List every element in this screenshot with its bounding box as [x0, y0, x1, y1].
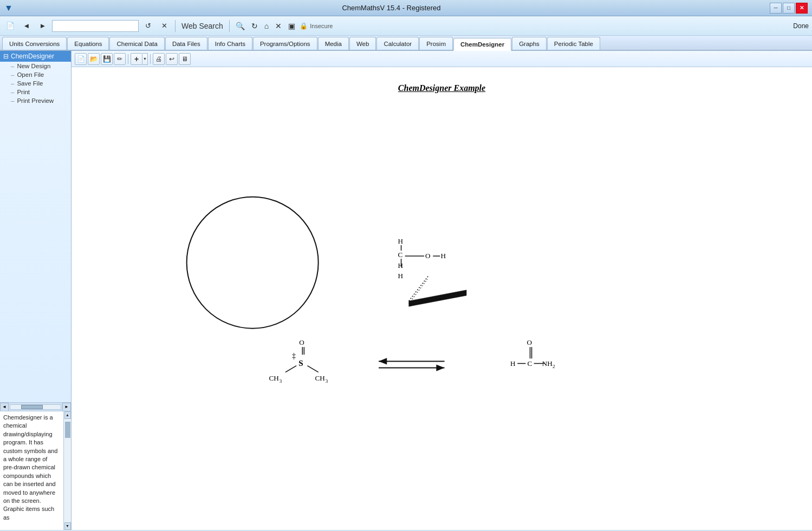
h-top-label: H	[398, 237, 403, 245]
sec-toolbar-sep-1	[128, 54, 128, 64]
sulfur-label: S	[298, 358, 303, 368]
home-icon[interactable]: ⌂	[262, 21, 271, 31]
h-mid-label: H	[398, 261, 403, 270]
eq-arrow-top-head	[379, 358, 387, 364]
new-doc-sec-button[interactable]: 📄	[75, 53, 87, 65]
toolbar-separator-2	[229, 20, 230, 32]
titlebar-controls: ─ □ ✕	[770, 3, 808, 14]
vscroll-up-arrow[interactable]: ▲	[64, 411, 71, 419]
back-button[interactable]: ◄	[20, 19, 34, 32]
formamide-h: H	[510, 359, 516, 368]
ch3-right: CH	[315, 374, 326, 382]
sidebar-scrollbar-area	[0, 105, 71, 402]
tab-chemical-data[interactable]: Chemical Data	[109, 37, 164, 50]
ch3-left: CH	[269, 374, 280, 382]
formamide-o: O	[527, 338, 532, 346]
print-preview-label: Print Preview	[17, 97, 54, 104]
tab-programs-options[interactable]: Programs/Options	[253, 37, 317, 50]
display-sec-button[interactable]: 🖥	[179, 53, 191, 65]
minimize-button[interactable]: ─	[770, 3, 782, 14]
insecure-label[interactable]: Insecure	[310, 23, 333, 29]
s-left-bond	[285, 366, 296, 372]
eq-arrow-bot-head	[436, 365, 444, 371]
web-search-label[interactable]: Web Search	[179, 21, 225, 31]
refresh-button[interactable]: ↺	[141, 19, 155, 32]
done-button[interactable]: Done	[793, 22, 809, 30]
sidebar-item-print-preview[interactable]: Print Preview	[0, 96, 71, 105]
add-dropdown-button[interactable]: ▼	[142, 53, 148, 65]
save-file-sec-button[interactable]: 💾	[101, 53, 113, 65]
sec-toolbar-sep-2	[150, 54, 151, 64]
scroll-right-arrow[interactable]: ►	[62, 403, 71, 411]
edit-sec-button[interactable]: ✏	[114, 53, 126, 65]
magnify-icon[interactable]: 🔍	[233, 21, 247, 31]
print-sec-button[interactable]: 🖨	[153, 53, 165, 65]
canvas-title: ChemDesigner Example	[398, 83, 485, 93]
titlebar-title: ChemMathsV 15.4 - Registered	[13, 4, 770, 12]
scroll-left-arrow[interactable]: ◄	[0, 403, 9, 411]
tab-equations[interactable]: Equations	[67, 37, 109, 50]
screenshot-icon[interactable]: ▣	[286, 21, 297, 31]
sidebar-item-print[interactable]: Print	[0, 88, 71, 96]
content-area: 📄 📂 💾 ✏ + ▼ 🖨 ↩ 🖥 ChemDesigner Example	[72, 51, 812, 530]
sulfoxide-o: O	[299, 338, 304, 346]
sidebar-description: Chemdesigner is a chemical drawing/displ…	[0, 411, 71, 530]
tab-chemdesigner[interactable]: ChemDesigner	[453, 38, 511, 51]
nh2-subscript: 2	[553, 364, 555, 369]
scroll-thumb[interactable]	[21, 405, 43, 409]
chemical-structures-svg: H C H H O H	[72, 110, 812, 530]
navtabs: Units Conversions Equations Chemical Dat…	[0, 36, 812, 51]
tab-media[interactable]: Media	[318, 37, 349, 50]
main-layout: ⊟ ChemDesigner New Design Open File Save…	[0, 51, 812, 530]
tab-info-charts[interactable]: Info Charts	[208, 37, 252, 50]
scroll-track[interactable]	[10, 404, 61, 410]
sidebar-horizontal-scrollbar[interactable]: ◄ ►	[0, 402, 71, 411]
search-input[interactable]	[52, 20, 139, 32]
tab-units-conversions[interactable]: Units Conversions	[2, 37, 67, 50]
sidebar-collapse-icon: ⊟	[3, 53, 9, 60]
titlebar-left: ▼	[4, 3, 13, 13]
undo-sec-button[interactable]: ↩	[166, 53, 178, 65]
vscroll-down-arrow[interactable]: ▼	[64, 522, 71, 530]
secondary-toolbar: 📄 📂 💾 ✏ + ▼ 🖨 ↩ 🖥	[72, 51, 812, 67]
h-oh-label: H	[440, 252, 446, 260]
vscroll-track[interactable]	[64, 419, 71, 522]
sidebar: ⊟ ChemDesigner New Design Open File Save…	[0, 51, 72, 530]
sidebar-header-label: ChemDesigner	[11, 53, 54, 60]
ch3-left-sub: 3	[280, 378, 282, 384]
clear-icon[interactable]: ✕	[273, 21, 284, 31]
toolbar: 📄 ◄ ► ↺ ✕ Web Search 🔍 ↻ ⌂ ✕ ▣ 🔒 Insecur…	[0, 16, 812, 36]
ch3-right-sub: 3	[326, 378, 328, 384]
maximize-button[interactable]: □	[783, 3, 795, 14]
new-doc-button[interactable]: 📄	[3, 19, 17, 32]
open-file-sec-button[interactable]: 📂	[88, 53, 100, 65]
o-label: O	[425, 252, 431, 260]
stop-button[interactable]: ✕	[157, 19, 171, 32]
benzene-circle	[187, 197, 319, 329]
drawing-canvas[interactable]: ChemDesigner Example H C H H	[72, 67, 812, 530]
forward-button[interactable]: ►	[36, 19, 50, 32]
sidebar-vertical-scrollbar[interactable]: ▲ ▼	[63, 411, 71, 530]
titlebar: ▼ ChemMathsV 15.4 - Registered ─ □ ✕	[0, 0, 812, 16]
new-design-label: New Design	[17, 63, 50, 69]
tab-web[interactable]: Web	[349, 37, 376, 50]
open-file-label: Open File	[17, 71, 44, 78]
tab-periodic-table[interactable]: Periodic Table	[547, 37, 600, 50]
close-button[interactable]: ✕	[796, 3, 808, 14]
sidebar-item-save-file[interactable]: Save File	[0, 79, 71, 88]
save-file-label: Save File	[17, 80, 43, 87]
sidebar-item-open-file[interactable]: Open File	[0, 70, 71, 79]
add-sec-button[interactable]: +	[131, 53, 142, 65]
tab-graphs[interactable]: Graphs	[512, 37, 547, 50]
print-label: Print	[17, 89, 30, 95]
dash-bond	[409, 276, 428, 301]
tab-data-files[interactable]: Data Files	[165, 37, 207, 50]
sidebar-header[interactable]: ⊟ ChemDesigner	[0, 51, 71, 62]
reload-icon[interactable]: ↻	[249, 21, 260, 31]
sidebar-item-new-design[interactable]: New Design	[0, 62, 71, 70]
vscroll-thumb[interactable]	[65, 422, 70, 438]
tab-prosim[interactable]: Prosim	[419, 37, 453, 50]
tab-calculator[interactable]: Calculator	[376, 37, 419, 50]
formamide-c: C	[527, 359, 532, 368]
toolbar-separator-1	[175, 20, 176, 32]
